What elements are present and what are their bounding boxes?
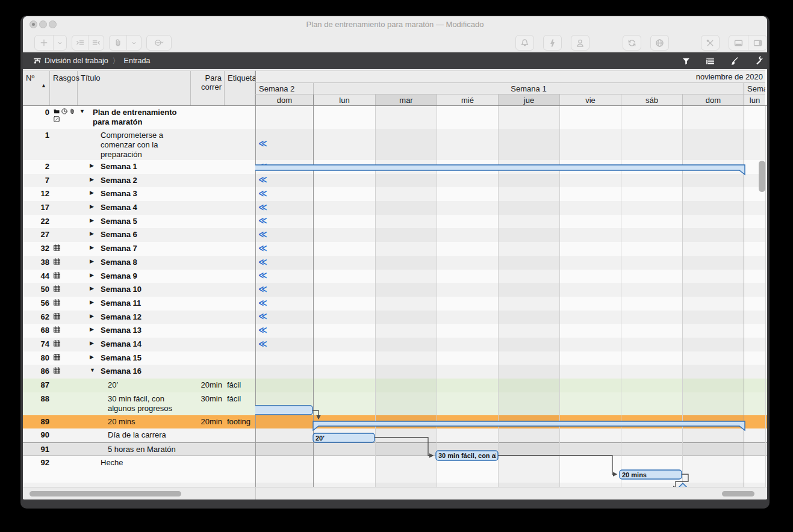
attach-chevron-down-button[interactable] xyxy=(126,36,141,50)
window-title: Plan de entrenamiento para maratón — Mod… xyxy=(23,16,767,33)
horizontal-scrollbar-track[interactable] xyxy=(23,487,767,500)
breadcrumb-item-entrada[interactable]: Entrada xyxy=(124,57,151,65)
chevron-down-icon xyxy=(56,39,64,47)
bolt-button[interactable] xyxy=(543,35,562,51)
panel-bottom-button[interactable] xyxy=(729,36,748,50)
task-title[interactable]: 5 horas en Maratón xyxy=(108,445,191,454)
vertical-scrollbar-thumb[interactable] xyxy=(759,161,765,192)
timeline-day-label[interactable]: dom xyxy=(682,94,744,105)
titlebar[interactable]: Plan de entrenamiento para maratón — Mod… xyxy=(23,16,767,33)
task-title[interactable]: Semana 2 xyxy=(101,176,191,185)
disclosure-closed-icon[interactable]: ▶ xyxy=(90,272,94,278)
task-title[interactable]: Semana 13 xyxy=(101,326,191,335)
column-header-0[interactable]: Nº▲ xyxy=(23,71,50,106)
timeline-day-label[interactable]: lun xyxy=(313,94,375,105)
task-title[interactable]: 20 mins xyxy=(108,417,191,427)
disclosure-closed-icon[interactable]: ▶ xyxy=(90,340,94,346)
task-title[interactable]: 20′ xyxy=(108,380,191,390)
timeline-day-label[interactable]: mié xyxy=(437,94,498,105)
person-button[interactable] xyxy=(571,35,589,51)
sync-button[interactable] xyxy=(623,35,641,51)
add-plus-button[interactable] xyxy=(35,36,53,50)
row-feature-icons xyxy=(53,244,78,252)
timeline-week-label[interactable]: Semana 1 xyxy=(313,83,744,94)
task-title[interactable]: Semana 1 xyxy=(101,162,191,172)
add-chevron-down-button[interactable] xyxy=(53,36,66,50)
disclosure-open-icon[interactable]: ▼ xyxy=(90,367,95,373)
disclosure-closed-icon[interactable]: ▶ xyxy=(90,217,94,223)
column-header-3[interactable]: Para correr xyxy=(191,71,225,106)
disclosure-closed-icon[interactable]: ▶ xyxy=(90,230,94,237)
disclosure-closed-icon[interactable]: ▶ xyxy=(90,313,94,319)
task-title[interactable]: Semana 14 xyxy=(101,339,191,349)
panel-right-button[interactable] xyxy=(748,36,767,50)
globe-button[interactable] xyxy=(650,35,669,51)
view-options-button[interactable] xyxy=(703,54,717,67)
column-header-2[interactable]: Título xyxy=(78,71,191,106)
tools-button[interactable] xyxy=(701,35,720,51)
task-title[interactable]: Semana 9 xyxy=(101,271,191,281)
timeline-day-label[interactable]: dom xyxy=(255,94,313,105)
clock-icon xyxy=(61,108,68,115)
task-title[interactable]: Semana 11 xyxy=(101,298,191,308)
disclosure-closed-icon[interactable]: ▶ xyxy=(90,354,94,360)
disclosure-closed-icon[interactable]: ▶ xyxy=(90,326,94,332)
brush-button[interactable] xyxy=(727,54,741,67)
task-title[interactable]: Semana 5 xyxy=(101,217,191,226)
column-header-4[interactable]: Etiqueta xyxy=(225,71,255,106)
task-title[interactable]: Semana 15 xyxy=(101,353,191,363)
timeline-day-label[interactable]: mar xyxy=(375,94,437,105)
task-title[interactable]: Semana 16 xyxy=(101,367,191,376)
more-more-chevron-button[interactable] xyxy=(147,36,171,50)
row-number: 38 xyxy=(23,258,49,267)
timeline-day-label[interactable]: jue xyxy=(498,94,559,105)
disclosure-closed-icon[interactable]: ▶ xyxy=(90,162,94,169)
task-title[interactable]: Semana 7 xyxy=(101,244,191,253)
sync-icon xyxy=(627,38,637,48)
calendar-icon xyxy=(53,339,61,347)
disclosure-open-icon[interactable]: ▼ xyxy=(79,108,85,114)
task-title[interactable]: Semana 6 xyxy=(101,230,191,240)
filter-button[interactable] xyxy=(679,54,692,67)
column-header-1[interactable]: Rasgos xyxy=(50,71,78,106)
bell-icon xyxy=(520,38,530,48)
toolbar xyxy=(23,33,767,52)
wrench-button[interactable] xyxy=(752,54,765,67)
row-number: 90 xyxy=(23,430,49,439)
calendar-icon xyxy=(53,353,61,361)
task-title[interactable]: Día de la carrera xyxy=(108,430,191,440)
disclosure-closed-icon[interactable]: ▶ xyxy=(90,190,94,196)
timeline-day-label[interactable]: vie xyxy=(559,94,621,105)
task-title[interactable]: Semana 4 xyxy=(101,203,191,212)
disclosure-closed-icon[interactable]: ▶ xyxy=(90,258,94,264)
indentation-outdent-button[interactable] xyxy=(88,36,104,50)
breadcrumb-item-division[interactable]: División del trabajo xyxy=(45,57,108,65)
timeline-week-label[interactable]: Semana 2 xyxy=(255,83,313,94)
calendar-icon xyxy=(53,244,61,252)
gantt-hscrollbar-thumb[interactable] xyxy=(722,491,754,496)
disclosure-closed-icon[interactable]: ▶ xyxy=(90,244,94,250)
timeline-day-label[interactable]: sáb xyxy=(621,94,682,105)
task-title[interactable]: Comprometerse a comenzar con la preparac… xyxy=(101,131,191,159)
task-title[interactable]: 30 min fácil, con algunos progresos xyxy=(108,394,191,413)
bell-button[interactable] xyxy=(515,35,534,51)
row-number: 50 xyxy=(23,285,49,294)
task-title[interactable]: Semana 12 xyxy=(101,312,191,322)
timeline-day-label[interactable]: lun xyxy=(744,94,765,105)
task-title[interactable]: Semana 10 xyxy=(101,285,191,294)
indentation-indent-button[interactable] xyxy=(72,36,88,50)
task-title[interactable]: Heche xyxy=(101,458,191,468)
disclosure-closed-icon[interactable]: ▶ xyxy=(90,176,94,182)
task-title[interactable]: Semana 3 xyxy=(101,189,191,199)
timeline-week-label[interactable]: Semana 2 xyxy=(744,83,765,94)
task-title[interactable]: Plan de entrenamiento para maratón xyxy=(93,108,191,127)
row-feature-icons xyxy=(53,353,78,361)
attach-paperclip-button[interactable] xyxy=(110,36,126,50)
panel-right-icon xyxy=(753,38,763,48)
task-title[interactable]: Semana 8 xyxy=(101,258,191,267)
outline-hscrollbar-thumb[interactable] xyxy=(30,491,181,496)
disclosure-closed-icon[interactable]: ▶ xyxy=(90,299,94,305)
disclosure-closed-icon[interactable]: ▶ xyxy=(90,285,94,291)
disclosure-closed-icon[interactable]: ▶ xyxy=(90,203,94,209)
gantt-day-column xyxy=(255,106,313,487)
